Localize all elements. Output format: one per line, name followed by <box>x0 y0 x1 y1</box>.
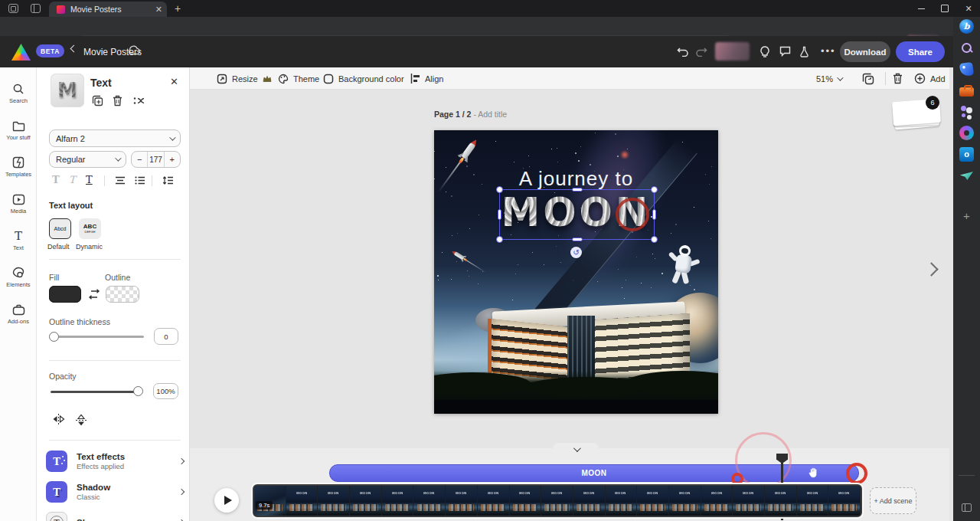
copilot-icon[interactable]: b <box>959 19 974 34</box>
comment-icon[interactable] <box>779 46 791 57</box>
delete-icon[interactable] <box>113 95 122 106</box>
outline-thickness-value[interactable]: 0 <box>154 328 178 345</box>
idea-icon[interactable] <box>760 46 770 58</box>
sidebar-item-elements[interactable]: Elements <box>0 260 37 294</box>
window-maximize-button[interactable] <box>933 0 956 17</box>
page-title-hint[interactable]: - Add title <box>473 110 507 119</box>
delete-page-button[interactable] <box>893 67 903 90</box>
background-color-button[interactable]: Background color <box>323 67 404 90</box>
sidebar-item-text[interactable]: T Text <box>0 224 37 257</box>
window-close-button[interactable]: ✕ <box>957 0 980 17</box>
add-scene-button[interactable]: + Add scene <box>870 487 916 514</box>
selection-handle[interactable] <box>651 186 658 193</box>
opacity-knob[interactable] <box>133 386 143 396</box>
selection-handle[interactable] <box>652 209 656 220</box>
selection-handle[interactable] <box>572 238 583 241</box>
sidebar-item-add-ons[interactable]: Add-ons <box>0 297 37 331</box>
sidebar-search-icon[interactable] <box>959 41 974 55</box>
filmstrip[interactable]: MOONMOONMOONMOONMOONMOONMOONMOONMOONMOON… <box>253 484 862 517</box>
timeline-collapse-tab[interactable] <box>553 443 599 456</box>
opacity-track[interactable] <box>51 391 139 393</box>
opacity-value[interactable]: 100% <box>153 383 178 399</box>
effect-row-shape[interactable]: Shape <box>46 507 187 521</box>
align-center-icon[interactable] <box>115 176 126 185</box>
flip-vertical-icon[interactable] <box>76 414 87 427</box>
redo-icon[interactable] <box>695 46 707 57</box>
sidebar-tools-icon[interactable] <box>959 84 974 98</box>
fill-swatch[interactable] <box>49 286 81 303</box>
align-button[interactable]: Align <box>410 67 443 90</box>
flip-horizontal-icon[interactable] <box>52 414 65 424</box>
sidebar-item-media[interactable]: Media <box>0 187 37 221</box>
filmstrip-frame[interactable]: MOON <box>478 486 510 516</box>
filmstrip-frame[interactable]: MOON <box>541 486 573 516</box>
bold-icon[interactable]: T <box>52 174 60 185</box>
theme-button[interactable]: Theme <box>278 67 319 90</box>
header-back-chevron[interactable] <box>70 45 78 53</box>
effect-row-shadow[interactable]: Shadow Classic <box>46 477 187 507</box>
resize-button[interactable]: Resize <box>217 67 272 90</box>
size-increase-button[interactable]: + <box>165 152 180 167</box>
play-button[interactable] <box>214 488 239 513</box>
outline-thickness-track[interactable] <box>51 336 144 338</box>
filmstrip-frame[interactable]: MOON <box>573 486 606 516</box>
line-spacing-icon[interactable] <box>162 176 174 185</box>
window-minimize-button[interactable] <box>910 0 933 17</box>
selection-handle[interactable] <box>496 236 503 243</box>
sidebar-window-icon[interactable] <box>962 503 972 512</box>
filmstrip-frame[interactable]: MOON <box>637 486 669 516</box>
selection-handle[interactable] <box>572 188 583 192</box>
sidebar-item-search[interactable]: Search <box>0 77 37 110</box>
pages-stack[interactable]: 6 <box>892 99 944 137</box>
header-more-icon[interactable]: ••• <box>821 51 835 54</box>
filmstrip-frame[interactable]: MOON <box>446 486 478 516</box>
vertical-tabs-icon[interactable] <box>31 4 41 13</box>
layout-default-button[interactable]: Abcd <box>49 218 71 239</box>
page-indicator[interactable]: Page 1 / 2 - Add title <box>434 110 507 119</box>
sidebar-shopping-icon[interactable] <box>959 62 974 77</box>
workspaces-icon[interactable] <box>8 4 18 13</box>
zoom-control[interactable]: 51% <box>816 67 841 90</box>
duplicate-page-button[interactable] <box>862 67 874 90</box>
filmstrip-frame[interactable]: MOON <box>286 486 318 516</box>
next-page-chevron[interactable] <box>924 262 938 276</box>
outline-swatch[interactable] <box>106 286 139 303</box>
filmstrip-frame[interactable]: MOON <box>382 486 414 516</box>
selection-handle[interactable] <box>496 186 503 193</box>
panel-close-icon[interactable]: ✕ <box>170 76 178 87</box>
filmstrip-frame[interactable]: MOON <box>797 486 829 516</box>
shuffle-icon[interactable] <box>133 95 145 106</box>
filmstrip-frame[interactable]: MOON <box>510 486 542 516</box>
sidebar-drop-icon[interactable] <box>959 169 974 183</box>
share-button[interactable]: Share <box>896 41 945 62</box>
sidebar-outlook-icon[interactable]: o <box>959 147 974 162</box>
filmstrip-frame[interactable]: MOON <box>350 486 382 516</box>
sidebar-item-templates[interactable]: Templates <box>0 150 37 184</box>
new-tab-icon[interactable]: + <box>175 2 181 15</box>
layout-dynamic-button[interactable]: ABC DEFGH <box>79 218 101 239</box>
tab-close-icon[interactable]: ✕ <box>155 5 162 14</box>
selection-handle[interactable] <box>498 209 501 220</box>
duplicate-icon[interactable] <box>92 95 103 106</box>
sidebar-people-icon[interactable] <box>959 104 974 119</box>
filmstrip-frame[interactable]: MOON <box>733 486 765 516</box>
selection-handle[interactable] <box>651 236 658 243</box>
browser-tab[interactable]: Movie Posters ✕ <box>49 2 167 17</box>
add-page-button[interactable]: Add <box>914 67 946 90</box>
poster[interactable]: A journey to MOON ↺ <box>434 130 718 414</box>
filmstrip-frame[interactable]: MOON <box>318 486 350 516</box>
swap-fill-outline-icon[interactable] <box>88 289 100 300</box>
outline-thickness-knob[interactable] <box>49 332 59 342</box>
sidebar-add-icon[interactable]: + <box>959 208 974 223</box>
download-button[interactable]: Download <box>840 41 890 62</box>
sidebar-item-your-stuff[interactable]: Your stuff <box>0 113 37 147</box>
filmstrip-frame[interactable]: MOON <box>765 486 797 516</box>
filmstrip-frame[interactable]: MOON <box>413 486 446 516</box>
undo-icon[interactable] <box>677 46 689 57</box>
rotate-handle[interactable]: ↺ <box>570 247 582 258</box>
filmstrip-frame[interactable]: MOON <box>828 486 861 516</box>
italic-icon[interactable]: T <box>69 174 76 185</box>
beaker-icon[interactable] <box>799 46 809 57</box>
effect-row-text-effects[interactable]: Text effects Effects applied <box>46 446 187 477</box>
weight-select[interactable]: Regular <box>49 151 126 168</box>
